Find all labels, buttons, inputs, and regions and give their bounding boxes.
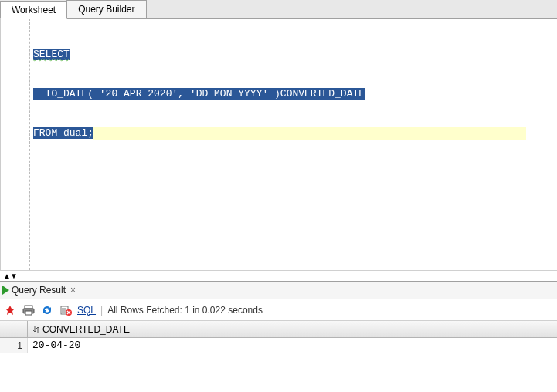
- svg-rect-2: [25, 311, 32, 315]
- grid-header-row: CONVERTED_DATE: [0, 321, 557, 338]
- cell-converted-date[interactable]: 20-04-20: [28, 338, 151, 353]
- fetch-status: All Rows Fetched: 1 in 0.022 seconds: [107, 305, 263, 316]
- print-icon[interactable]: [22, 303, 36, 317]
- sql-link[interactable]: SQL: [77, 305, 96, 316]
- sql-code-area[interactable]: SELECT TO_DATE( '20 APR 2020', 'DD MON Y…: [30, 19, 557, 270]
- editor-tabbar: Worksheet Query Builder: [0, 0, 557, 19]
- pane-splitter[interactable]: ▲▼: [0, 270, 557, 281]
- close-icon[interactable]: ×: [70, 285, 76, 296]
- sql-keyword-from: FROM: [33, 127, 57, 139]
- sql-line2: TO_DATE( '20 APR 2020', 'DD MON YYYY' )C…: [33, 88, 365, 100]
- sql-line3-rest: dual;: [57, 127, 93, 139]
- tab-worksheet[interactable]: Worksheet: [0, 1, 67, 19]
- tab-query-result[interactable]: Query Result: [12, 285, 66, 296]
- tab-query-builder[interactable]: Query Builder: [66, 0, 146, 18]
- toolbar-separator: |: [100, 305, 103, 316]
- refresh-icon[interactable]: [40, 303, 54, 317]
- editor-gutter: [1, 19, 30, 270]
- results-toolbar: SQL | All Rows Fetched: 1 in 0.022 secon…: [0, 299, 557, 321]
- result-grid: CONVERTED_DATE 1 20-04-20: [0, 321, 557, 353]
- sql-editor[interactable]: SELECT TO_DATE( '20 APR 2020', 'DD MON Y…: [0, 19, 557, 270]
- delete-icon[interactable]: [59, 303, 73, 317]
- pin-icon[interactable]: [3, 303, 17, 317]
- sql-keyword-select: SELECT: [33, 49, 70, 60]
- rownum-header: [0, 321, 28, 337]
- results-tabbar: Query Result ×: [0, 281, 557, 299]
- column-header-label: CONVERTED_DATE: [42, 324, 130, 335]
- row-number: 1: [0, 338, 28, 353]
- sort-icon: [32, 325, 40, 334]
- editor-caret-line-highlight: [93, 127, 526, 140]
- splitter-handle-icon: ▲▼: [3, 272, 17, 280]
- svg-rect-0: [25, 306, 32, 309]
- table-row[interactable]: 1 20-04-20: [0, 338, 557, 353]
- play-icon: [2, 286, 9, 295]
- column-header[interactable]: CONVERTED_DATE: [28, 321, 151, 337]
